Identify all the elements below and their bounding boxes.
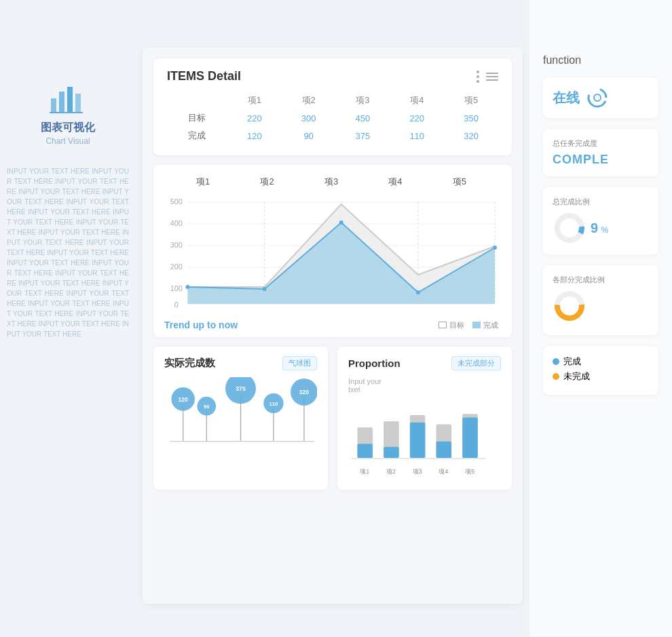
- ratio-unit: %: [601, 225, 609, 235]
- items-detail-header: ITEMS Detail: [167, 69, 498, 83]
- col-header-5: 项5: [444, 92, 498, 109]
- complete-badge: COMPLE: [553, 153, 649, 167]
- ratio-section: 总完成比例 9 %: [543, 187, 658, 254]
- svg-text:120: 120: [178, 396, 188, 403]
- items-table: 项1 项2 项3 项4 项5 目标 220 300 450 220 350 完成: [167, 92, 498, 144]
- bottom-row: 实际完成数 气球图 120 90 375: [153, 347, 512, 490]
- svg-point-26: [416, 290, 420, 294]
- proportion-badge: 未完成部分: [451, 356, 501, 370]
- target-val-4: 220: [390, 109, 444, 127]
- svg-text:项2: 项2: [386, 468, 396, 475]
- function-label: function: [529, 54, 581, 66]
- row-label-complete: 完成: [167, 127, 227, 144]
- svg-rect-45: [358, 444, 373, 458]
- sidebar-input-text: INPUT YOUR TEXT HERE INPUT YOUR TEXT HER…: [0, 166, 136, 339]
- main-content: ITEMS Detail 项1 项2 项3 项4 项5: [143, 47, 523, 604]
- bubble-header: 实际完成数 气球图: [164, 356, 317, 370]
- trend-footer: Trend up to now 目标 完成: [164, 320, 498, 330]
- table-row-target: 目标 220 300 450 220 350: [167, 109, 498, 127]
- col-header-3: 项3: [336, 92, 390, 109]
- parts-section: 各部分完成比例: [543, 265, 658, 335]
- svg-text:项1: 项1: [360, 468, 369, 475]
- svg-rect-49: [410, 423, 426, 458]
- col-header-1: 项1: [227, 92, 282, 109]
- axis-label-2: 项2: [235, 176, 299, 188]
- complete-val-2: 90: [282, 127, 336, 144]
- svg-rect-53: [462, 418, 478, 458]
- trend-legend: 目标 完成: [438, 320, 498, 330]
- online-text: 在线: [553, 89, 580, 107]
- complete-val-3: 375: [336, 127, 390, 144]
- legend-complete-label: 完成: [483, 320, 498, 330]
- svg-text:项4: 项4: [438, 468, 448, 475]
- svg-rect-2: [67, 87, 73, 112]
- dot-incomplete: [553, 373, 559, 380]
- svg-text:110: 110: [269, 401, 278, 407]
- target-val-3: 450: [336, 109, 390, 127]
- target-val-1: 220: [227, 109, 282, 127]
- parts-label: 各部分完成比例: [553, 275, 649, 285]
- legend-complete: 完成: [472, 320, 498, 330]
- bubble-chart-area: 120 90 375 110 320: [164, 377, 317, 459]
- svg-text:0: 0: [174, 301, 179, 309]
- svg-text:项3: 项3: [413, 468, 422, 475]
- right-panel: function 在线 总任务完成度 COMPLE 总完成比例 9 % 各部分完…: [529, 0, 672, 637]
- legend-box-complete: [472, 322, 481, 328]
- dots-icon[interactable]: [477, 71, 479, 83]
- svg-text:90: 90: [204, 404, 210, 410]
- bubble-badge: 气球图: [282, 356, 317, 370]
- trend-chart-card: 项1 项2 项3 项4 项5 500 400 300 200 100 0: [153, 165, 512, 337]
- svg-rect-47: [384, 447, 399, 458]
- proportion-chart-card: Proportion 未完成部分 Input your txet: [337, 347, 512, 490]
- left-sidebar: 图表可视化 Chart Visual INPUT YOUR TEXT HERE …: [0, 0, 136, 637]
- complete-val-5: 320: [444, 127, 498, 144]
- svg-text:375: 375: [236, 385, 246, 392]
- ratio-value: 9: [591, 220, 598, 235]
- task-completion-label: 总任务完成度: [553, 138, 649, 149]
- proportion-subtitle: Input your txet: [348, 377, 501, 393]
- axis-label-4: 项4: [363, 176, 427, 188]
- items-detail-title: ITEMS Detail: [167, 69, 241, 83]
- trend-chart-container: 500 400 300 200 100 0: [164, 192, 498, 314]
- legend-row-incomplete: 未完成: [553, 370, 649, 383]
- proportion-svg: 项1 项2 项3 项4 项5: [348, 399, 501, 480]
- online-icon: [586, 87, 608, 109]
- bubble-chart-card: 实际完成数 气球图 120 90 375: [153, 347, 328, 490]
- trend-svg: 500 400 300 200 100 0: [164, 192, 498, 314]
- svg-text:500: 500: [170, 197, 183, 206]
- proportion-chart-area: 项1 项2 项3 项4 项5: [348, 399, 501, 480]
- proportion-header: Proportion 未完成部分: [348, 356, 501, 370]
- svg-point-61: [594, 94, 601, 101]
- svg-text:100: 100: [170, 284, 183, 292]
- proportion-title: Proportion: [348, 358, 400, 369]
- dot-complete: [553, 358, 559, 365]
- trend-axis-labels: 项1 项2 项3 项4 项5: [164, 176, 498, 188]
- svg-point-27: [493, 246, 497, 250]
- svg-text:200: 200: [170, 263, 183, 271]
- legend-incomplete-text: 未完成: [563, 370, 590, 383]
- svg-point-24: [263, 287, 267, 291]
- table-row-complete: 完成 120 90 375 110 320: [167, 127, 498, 144]
- parts-donut-icon: [553, 289, 586, 323]
- target-val-5: 350: [444, 109, 498, 127]
- svg-point-23: [185, 285, 189, 289]
- svg-text:300: 300: [170, 241, 183, 249]
- svg-point-25: [339, 220, 343, 225]
- svg-point-62: [557, 216, 582, 240]
- completion-legend: 完成 未完成: [543, 346, 658, 395]
- axis-label-1: 项1: [171, 176, 235, 188]
- svg-point-60: [589, 89, 606, 107]
- hamburger-icon[interactable]: [486, 73, 498, 81]
- svg-rect-3: [75, 94, 81, 112]
- ratio-label: 总完成比例: [553, 197, 649, 207]
- complete-val-1: 120: [227, 127, 282, 144]
- items-detail-card: ITEMS Detail 项1 项2 项3 项4 项5: [153, 58, 512, 155]
- legend-row-complete: 完成: [553, 355, 649, 368]
- col-header-4: 项4: [390, 92, 444, 109]
- online-section: 在线: [543, 77, 658, 118]
- trend-title: Trend up to now: [164, 320, 238, 330]
- svg-text:400: 400: [170, 219, 183, 227]
- chart-title-en: Chart Visual: [45, 136, 90, 146]
- header-icons: [477, 71, 498, 83]
- bubble-title: 实际完成数: [164, 357, 215, 370]
